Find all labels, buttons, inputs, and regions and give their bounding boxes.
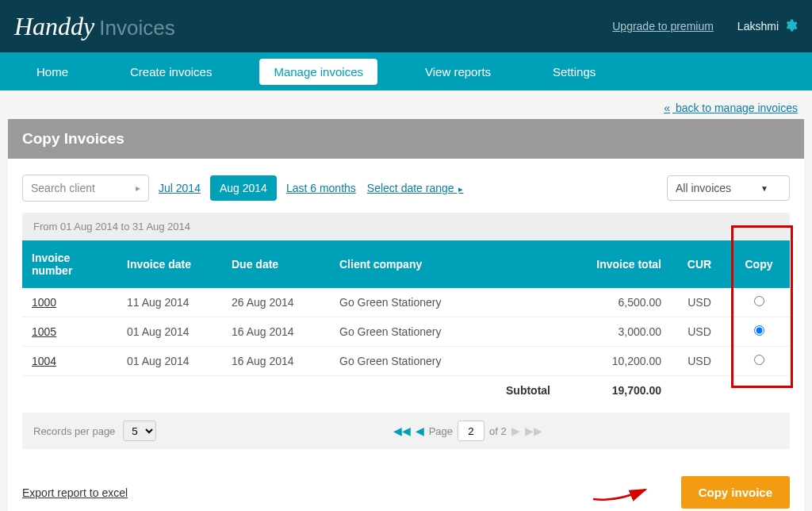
nav-create-invoices[interactable]: Create invoices <box>116 59 226 85</box>
client-cell: Go Green Stationery <box>330 347 560 376</box>
page-body: « back to manage invoices Copy Invoices … <box>0 90 812 511</box>
pager-prev-icon[interactable]: ◀ <box>416 425 424 437</box>
upgrade-link[interactable]: Upgrade to premium <box>612 20 714 33</box>
logo-product: Invoices <box>99 16 174 40</box>
nav-home[interactable]: Home <box>22 59 82 85</box>
date-range-bar: From 01 Aug 2014 to 31 Aug 2014 <box>22 213 790 240</box>
nav-manage-invoices[interactable]: Manage invoices <box>259 59 377 85</box>
subtotal-row: Subtotal 19,700.00 <box>22 376 790 405</box>
nav-bar: Home Create invoices Manage invoices Vie… <box>0 52 812 90</box>
prev-month-link[interactable]: Jul 2014 <box>157 182 202 194</box>
current-month-pill[interactable]: Aug 2014 <box>210 175 277 201</box>
copy-radio[interactable] <box>754 325 764 336</box>
col-due-date: Due date <box>222 240 330 288</box>
top-bar: Handdy Invoices Upgrade to premium Laksh… <box>0 0 812 52</box>
due-date-cell: 26 Aug 2014 <box>222 288 330 317</box>
subtotal-label: Subtotal <box>330 376 560 405</box>
nav-view-reports[interactable]: View reports <box>411 59 505 85</box>
total-cell: 10,200.00 <box>560 347 671 376</box>
copy-radio[interactable] <box>754 355 764 365</box>
caret-down-icon: ▼ <box>760 184 768 193</box>
panel-body: Search client ▸ Jul 2014 Aug 2014 Last 6… <box>8 159 804 511</box>
panel: Copy Invoices Search client ▸ Jul 2014 A… <box>8 119 804 511</box>
table-row: 1005 01 Aug 2014 16 Aug 2014 Go Green St… <box>22 317 790 347</box>
filter-row: Search client ▸ Jul 2014 Aug 2014 Last 6… <box>22 175 790 202</box>
all-invoices-label: All invoices <box>676 182 731 194</box>
back-to-manage-link[interactable]: « back to manage invoices <box>664 102 798 114</box>
col-copy: Copy <box>728 240 790 288</box>
col-client: Client company <box>330 240 560 288</box>
due-date-cell: 16 Aug 2014 <box>222 347 330 376</box>
pager-center: ◀◀ ◀ Page of 2 ▶ ▶▶ <box>156 421 779 441</box>
pager-row: Records per page 5 ◀◀ ◀ Page of 2 ▶ ▶▶ <box>22 413 790 449</box>
records-per-page-select[interactable]: 5 <box>123 421 156 441</box>
user-name: Lakshmi <box>737 20 779 33</box>
col-invoice-date: Invoice date <box>117 240 222 288</box>
cur-cell: USD <box>671 288 728 317</box>
chevron-right-icon: ▸ <box>458 184 463 194</box>
search-client-placeholder: Search client <box>31 182 95 194</box>
panel-title: Copy Invoices <box>8 119 804 159</box>
copy-radio[interactable] <box>754 296 764 306</box>
bottom-row: Export report to excel Copy invoice <box>22 476 790 509</box>
select-date-range-link[interactable]: Select date range ▸ <box>366 182 465 194</box>
chevron-right-icon: ▸ <box>136 182 140 194</box>
invoice-number-link[interactable]: 1000 <box>32 296 56 309</box>
nav-settings[interactable]: Settings <box>538 59 610 85</box>
pager-page-label: Page <box>429 425 453 437</box>
invoices-table: Invoice number Invoice date Due date Cli… <box>22 240 790 405</box>
double-chevron-left-icon: « <box>664 102 670 114</box>
search-client-dropdown[interactable]: Search client ▸ <box>22 175 149 202</box>
total-cell: 3,000.00 <box>560 317 671 347</box>
copy-invoice-button[interactable]: Copy invoice <box>681 476 790 509</box>
logo-brand: Handdy <box>14 12 94 41</box>
client-cell: Go Green Stationery <box>330 288 560 317</box>
pager-of-label: of 2 <box>489 425 507 437</box>
col-cur: CUR <box>671 240 728 288</box>
invoice-number-link[interactable]: 1004 <box>32 355 56 367</box>
invoice-date-cell: 01 Aug 2014 <box>117 317 222 347</box>
col-total: Invoice total <box>560 240 671 288</box>
user-menu[interactable]: Lakshmi <box>737 18 798 35</box>
annotation-arrow-icon <box>592 475 655 507</box>
table-wrap: Invoice number Invoice date Due date Cli… <box>22 240 790 405</box>
logo: Handdy Invoices <box>14 12 175 41</box>
table-row: 1000 11 Aug 2014 26 Aug 2014 Go Green St… <box>22 288 790 317</box>
invoice-date-cell: 01 Aug 2014 <box>117 347 222 376</box>
invoice-date-cell: 11 Aug 2014 <box>117 288 222 317</box>
pager-last-icon: ▶▶ <box>525 425 542 437</box>
last-6-months-link[interactable]: Last 6 months <box>285 182 358 194</box>
pager-first-icon[interactable]: ◀◀ <box>393 425 411 437</box>
pager-next-icon: ▶ <box>511 425 520 437</box>
cur-cell: USD <box>671 317 728 347</box>
cur-cell: USD <box>671 347 728 376</box>
col-invoice-number: Invoice number <box>22 240 117 288</box>
gear-icon <box>783 18 798 35</box>
pager-page-input[interactable] <box>458 421 485 441</box>
export-to-excel-link[interactable]: Export report to excel <box>22 486 128 499</box>
topbar-right: Upgrade to premium Lakshmi <box>612 18 798 35</box>
all-invoices-select[interactable]: All invoices ▼ <box>667 175 790 201</box>
subtotal-value: 19,700.00 <box>560 376 671 405</box>
total-cell: 6,500.00 <box>560 288 671 317</box>
back-link-row: « back to manage invoices <box>0 90 812 119</box>
client-cell: Go Green Stationery <box>330 317 560 347</box>
due-date-cell: 16 Aug 2014 <box>222 317 330 347</box>
records-per-page-label: Records per page <box>33 425 115 437</box>
invoice-number-link[interactable]: 1005 <box>32 325 56 338</box>
table-row: 1004 01 Aug 2014 16 Aug 2014 Go Green St… <box>22 347 790 376</box>
